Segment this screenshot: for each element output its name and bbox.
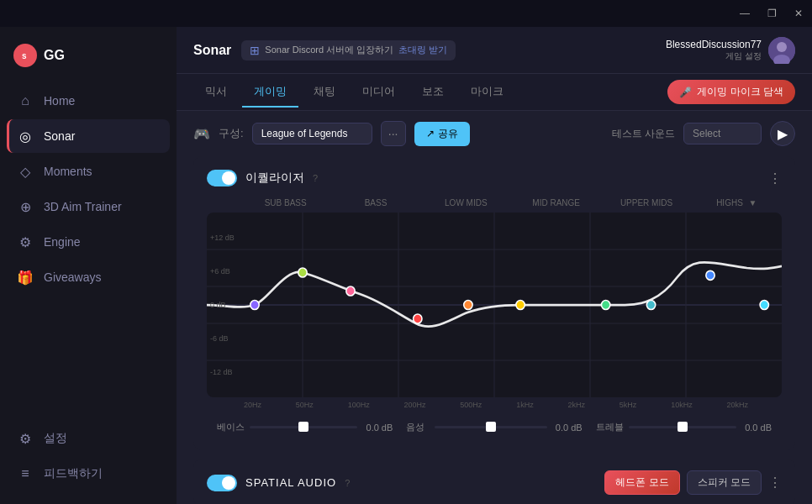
spatial-toggle[interactable] — [207, 475, 237, 491]
speaker-mode-button[interactable]: 스피커 모드 — [687, 470, 762, 495]
tab-media[interactable]: 미디어 — [351, 77, 407, 108]
eq-chart: +12 dB +6 dB 0 dB -6 dB -12 dB — [207, 213, 782, 397]
svg-point-24 — [760, 301, 768, 310]
eq-header: 이퀄라이저 ? ⋮ — [207, 170, 782, 186]
logo-icon: s — [13, 44, 37, 67]
user-info: BlessedDiscussion77 게임 설정 — [666, 39, 762, 62]
sidebar-item-sonar-label: Sonar — [44, 129, 75, 143]
bass-slider-group: 베이스 0.0 dB — [210, 417, 399, 437]
tab-mixer[interactable]: 믹서 — [193, 77, 239, 108]
svg-point-22 — [646, 301, 655, 310]
config-label: 구성: — [219, 126, 244, 141]
sidebar-item-home[interactable]: ⌂ Home — [7, 84, 170, 118]
home-icon: ⌂ — [17, 92, 34, 109]
topbar: Sonar ⊞ Sonar Discord 서버에 입장하기 초대링 받기 Bl… — [177, 27, 812, 74]
tab-mic[interactable]: 마이크 — [459, 77, 515, 108]
sidebar-item-sonar[interactable]: ◎ Sonar — [7, 119, 170, 153]
sidebar-item-feedback[interactable]: ≡ 피드백하기 — [7, 457, 170, 491]
treble-slider[interactable] — [629, 426, 736, 428]
hz-50: 50Hz — [296, 401, 314, 409]
eq-options-button[interactable]: ⋮ — [768, 171, 782, 186]
sidebar-item-settings[interactable]: ⚙ 설정 — [7, 422, 170, 455]
share-button[interactable]: ↗ 공유 — [414, 122, 470, 146]
treble-thumb — [678, 422, 688, 432]
hz-1k: 1kHz — [516, 401, 534, 409]
discord-banner: ⊞ Sonar Discord 서버에 입장하기 초대링 받기 — [241, 40, 456, 60]
db-label-neg6: -6 dB — [210, 334, 235, 343]
treble-slider-group: 트레블 0.0 dB — [589, 417, 778, 437]
spatial-audio-section: SPATIAL AUDIO ? 헤드폰 모드 스피커 모드 ⋮ — [193, 459, 795, 504]
eq-toggle[interactable] — [207, 170, 237, 186]
spatial-options-button[interactable]: ⋮ — [768, 475, 782, 491]
bass-value: 0.0 dB — [362, 423, 393, 433]
sidebar-item-engine[interactable]: ⚙ Engine — [7, 225, 170, 259]
svg-point-21 — [601, 301, 609, 310]
sidebar-item-moments-label: Moments — [44, 165, 92, 178]
db-label-neg12: -12 dB — [210, 368, 235, 376]
config-select[interactable]: League of Legends Valorant CS2 — [252, 123, 372, 144]
equalizer-section: 이퀄라이저 ? ⋮ SUB BASS BASS LOW MIDS MID RAN… — [193, 156, 795, 450]
discord-link[interactable]: 초대링 받기 — [398, 44, 447, 56]
bass-thumb — [298, 422, 308, 432]
sliders-row: 베이스 0.0 dB 음성 0.0 dB 트레블 — [207, 417, 782, 437]
tab-voice[interactable]: 보조 — [410, 77, 456, 108]
hz-20: 20Hz — [244, 401, 261, 409]
svg-point-17 — [346, 286, 355, 296]
moments-icon: ◇ — [17, 163, 34, 180]
spatial-help-icon[interactable]: ? — [345, 478, 350, 488]
feedback-icon: ≡ — [17, 465, 34, 482]
db-label-6: +6 dB — [210, 267, 235, 276]
svg-point-18 — [414, 314, 422, 323]
svg-point-3 — [777, 42, 787, 52]
bass-slider[interactable] — [250, 426, 357, 428]
logo-text: GG — [44, 48, 65, 63]
config-more-button[interactable]: ··· — [381, 121, 406, 146]
eq-help-icon[interactable]: ? — [313, 173, 318, 183]
user-section[interactable]: BlessedDiscussion77 게임 설정 — [666, 37, 795, 64]
hz-2k: 2kHz — [567, 401, 585, 409]
freq-band-subbass: SUB BASS — [240, 195, 330, 211]
share-label: 공유 — [438, 127, 458, 141]
config-right: 테스트 사운드 Select Bass Test Mid Test ▶ — [612, 121, 795, 146]
voice-value: 0.0 dB — [552, 423, 583, 433]
sidebar-item-engine-label: Engine — [44, 235, 81, 249]
sidebar-item-moments[interactable]: ◇ Moments — [7, 155, 170, 188]
topbar-left: Sonar ⊞ Sonar Discord 서버에 입장하기 초대링 받기 — [193, 40, 456, 60]
sidebar-nav: ⌂ Home ◎ Sonar ◇ Moments ⊕ 3D Aim Traine… — [0, 84, 177, 415]
hz-500: 500Hz — [460, 401, 482, 409]
tab-gaming[interactable]: 게이밍 — [242, 77, 298, 108]
hz-5k: 5kHz — [620, 401, 637, 409]
gamepad-icon: 🎮 — [193, 126, 210, 142]
sidebar-item-giveaways-label: Giveaways — [44, 270, 101, 284]
mic-button[interactable]: 🎤 게이밍 마이크 담색 — [667, 80, 795, 104]
sidebar-item-home-label: Home — [44, 94, 75, 108]
minimize-button[interactable]: — — [738, 7, 751, 20]
freq-band-highs: HIGHS ▼ — [692, 195, 782, 211]
user-name: BlessedDiscussion77 — [666, 39, 762, 50]
svg-point-19 — [464, 301, 472, 310]
voice-slider[interactable] — [435, 426, 546, 428]
sidebar-bottom: ⚙ 설정 ≡ 피드백하기 — [0, 415, 177, 497]
topbar-title: Sonar — [193, 43, 231, 58]
treble-label: 트레블 — [596, 421, 624, 433]
avatar — [768, 37, 795, 64]
test-sound-select[interactable]: Select Bass Test Mid Test — [683, 123, 762, 144]
bass-label: 베이스 — [217, 421, 245, 433]
close-button[interactable]: ✕ — [792, 7, 805, 20]
headphone-mode-button[interactable]: 헤드폰 모드 — [604, 470, 679, 495]
config-left: 🎮 구성: League of Legends Valorant CS2 ···… — [193, 121, 470, 146]
restore-button[interactable]: ❐ — [765, 7, 778, 20]
tab-chat[interactable]: 채팅 — [302, 77, 347, 108]
sidebar: s GG ⌂ Home ◎ Sonar ◇ Moments ⊕ 3D Aim T… — [0, 27, 177, 504]
sidebar-item-feedback-label: 피드백하기 — [44, 466, 103, 481]
sidebar-item-giveaways[interactable]: 🎁 Giveaways — [7, 260, 170, 294]
svg-point-16 — [298, 268, 307, 277]
giveaways-icon: 🎁 — [17, 269, 34, 286]
db-label-12: +12 dB — [210, 234, 235, 242]
eq-title: 이퀄라이저 — [245, 171, 304, 186]
discord-text: Sonar Discord 서버에 입장하기 — [265, 44, 393, 56]
sidebar-item-3daim[interactable]: ⊕ 3D Aim Trainer — [7, 190, 170, 223]
play-button[interactable]: ▶ — [770, 121, 795, 146]
mic-button-label: 게이밍 마이크 담색 — [697, 85, 783, 99]
scroll-area[interactable]: 이퀄라이저 ? ⋮ SUB BASS BASS LOW MIDS MID RAN… — [177, 156, 812, 504]
